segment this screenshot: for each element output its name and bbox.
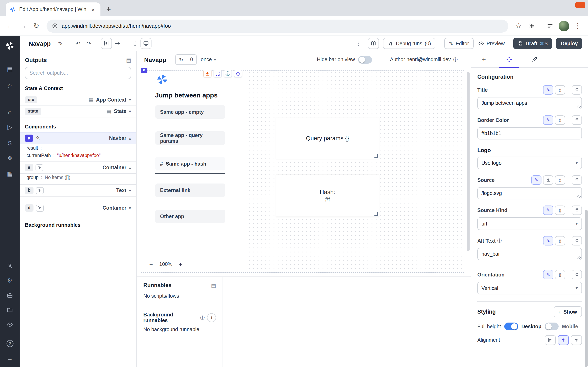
add-background-runnable-button[interactable]: + xyxy=(207,313,216,322)
zoom-out-button[interactable]: − xyxy=(147,260,155,268)
component-row-b[interactable]: b Text▾ xyxy=(20,184,136,197)
rail-item-settings-icon[interactable]: ⚙ xyxy=(5,276,14,285)
reload-button[interactable]: ↻ xyxy=(30,20,43,32)
browser-menu-icon[interactable]: ⋮ xyxy=(572,20,584,32)
expand-width-button[interactable] xyxy=(112,38,123,49)
extensions-icon[interactable] xyxy=(526,20,538,32)
connect-input-button[interactable] xyxy=(572,85,582,95)
rail-item-user-icon[interactable] xyxy=(5,261,14,271)
rail-item-workers-icon[interactable] xyxy=(5,290,14,300)
browser-tab[interactable]: Edit App u/henri/navapp | Win × xyxy=(6,2,100,16)
forward-button[interactable]: → xyxy=(17,20,29,32)
full-height-toggle[interactable] xyxy=(504,323,518,330)
upload-button[interactable] xyxy=(543,175,553,185)
run-mode-select[interactable]: once ▾ xyxy=(201,57,216,62)
editor-mode-button[interactable]: ✎ Editor xyxy=(444,38,474,49)
nav-link-other-app[interactable]: Other app xyxy=(155,210,225,223)
outputs-panel-icon[interactable]: ▤ xyxy=(126,57,131,63)
static-edit-button[interactable]: ✎ xyxy=(543,236,553,245)
rail-item-star-icon[interactable]: ☆ xyxy=(5,81,14,91)
bookmark-star-icon[interactable]: ☆ xyxy=(512,20,525,32)
app-canvas[interactable]: a Jump between apps Same app - empty Sam… xyxy=(137,68,471,276)
orientation-select[interactable]: Vertical ▾ xyxy=(477,282,582,294)
connect-input-button[interactable] xyxy=(572,236,582,245)
tab-theme-editor[interactable] xyxy=(522,51,547,67)
docs-book-button[interactable] xyxy=(368,38,379,49)
component-a-pencil-icon[interactable]: ✎ xyxy=(36,135,40,141)
connect-input-button[interactable] xyxy=(572,206,582,215)
title-input[interactable] xyxy=(477,97,582,109)
page-scrollbar[interactable] xyxy=(585,210,588,367)
info-icon[interactable]: ⓘ xyxy=(453,57,458,63)
back-button[interactable]: ← xyxy=(4,20,16,32)
eval-button[interactable]: {} xyxy=(555,175,565,185)
show-styling-button[interactable]: ‹ Show xyxy=(554,306,582,317)
align-start-button[interactable] xyxy=(545,335,556,345)
runnables-panel-icon[interactable]: ▤ xyxy=(211,282,216,288)
rail-item-collapse-icon[interactable]: → xyxy=(5,353,14,363)
nav-link-hash[interactable]: # Same app - hash xyxy=(155,157,225,170)
desktop-view-button[interactable] xyxy=(140,38,151,49)
deploy-button[interactable]: Deploy xyxy=(556,38,582,49)
media-controls-icon[interactable] xyxy=(544,20,556,32)
refresh-icon[interactable]: ↻ xyxy=(176,55,186,64)
nav-link-external[interactable]: External link xyxy=(155,184,225,197)
component-row-d[interactable]: d Container▾ xyxy=(20,202,136,214)
expand-component-button[interactable] xyxy=(203,70,212,77)
chevron-down-icon[interactable]: ▾ xyxy=(129,97,131,102)
static-edit-button[interactable]: ✎ xyxy=(543,206,553,215)
zoom-in-button[interactable]: + xyxy=(176,260,185,268)
navbar-component[interactable]: a Jump between apps Same app - empty Sam… xyxy=(141,71,246,272)
component-row-e[interactable]: e Container▴ xyxy=(20,161,136,174)
chevron-up-icon[interactable]: ▴ xyxy=(129,165,131,170)
debug-runs-button[interactable]: Debug runs (0) xyxy=(383,38,435,49)
alt-text-input[interactable] xyxy=(477,248,582,260)
edit-title-pencil-icon[interactable]: ✎ xyxy=(55,38,66,49)
preview-mode-button[interactable]: Preview xyxy=(474,38,509,49)
nav-link-query-params[interactable]: Same app - query params xyxy=(155,131,225,145)
windmill-logo[interactable] xyxy=(5,41,15,50)
source-input[interactable] xyxy=(477,187,582,200)
chevron-down-icon[interactable]: ▾ xyxy=(129,109,131,114)
connect-input-button[interactable] xyxy=(572,115,582,125)
canvas-scrollbar[interactable] xyxy=(467,72,470,251)
component-row-a[interactable]: a ✎ Navbar▴ xyxy=(20,132,136,144)
ctx-row[interactable]: ctx ▤ App Context ▾ xyxy=(20,94,136,106)
connect-input-button[interactable] xyxy=(572,175,582,185)
new-tab-button[interactable]: + xyxy=(103,4,114,15)
rail-item-audit-icon[interactable] xyxy=(5,320,14,329)
eval-button[interactable]: {} xyxy=(555,85,565,95)
profile-avatar[interactable] xyxy=(559,21,569,31)
source-kind-select[interactable]: url ▾ xyxy=(477,217,582,230)
static-edit-button[interactable]: ✎ xyxy=(543,115,553,125)
rail-item-help-icon[interactable]: ? xyxy=(5,338,14,348)
select-component-cursor-icon[interactable] xyxy=(36,205,43,211)
anchor-component-button[interactable]: ⚓ xyxy=(224,70,232,77)
chevron-down-icon[interactable]: ▾ xyxy=(129,205,131,211)
rail-item-schedules-icon[interactable]: ▦ xyxy=(5,169,14,179)
static-edit-button[interactable]: ✎ xyxy=(531,175,541,185)
hash-card[interactable]: Hash: #f xyxy=(276,175,379,217)
rail-item-home-icon[interactable]: ⌂ xyxy=(5,107,14,117)
tab-component-settings[interactable] xyxy=(497,51,522,67)
query-params-card[interactable]: Query params {} xyxy=(276,117,379,159)
close-tab-icon[interactable]: × xyxy=(90,6,96,13)
hide-bar-toggle[interactable] xyxy=(358,56,372,63)
rail-item-variables-icon[interactable]: $ xyxy=(5,138,14,148)
info-icon[interactable]: ⓘ xyxy=(497,238,502,244)
static-edit-button[interactable]: ✎ xyxy=(543,270,553,279)
eval-button[interactable]: {} xyxy=(555,236,565,245)
chevron-down-icon[interactable]: ▾ xyxy=(129,188,131,193)
rail-item-folders-icon[interactable] xyxy=(5,305,14,315)
chevron-up-icon[interactable]: ▴ xyxy=(129,136,131,141)
refresh-pill[interactable]: ↻ 0 xyxy=(175,54,197,65)
layout-columns-button[interactable] xyxy=(101,38,112,49)
url-bar[interactable]: app.windmill.dev/apps/edit/u/henri/navap… xyxy=(47,19,508,33)
app-menu-kebab-icon[interactable]: ⋮ xyxy=(353,38,364,49)
rail-item-resources-icon[interactable]: ❖ xyxy=(5,153,14,163)
fullscreen-component-button[interactable] xyxy=(214,70,222,77)
align-center-button[interactable] xyxy=(558,335,569,345)
move-component-button[interactable] xyxy=(234,70,242,77)
logo-select[interactable]: Use logo ▾ xyxy=(477,157,582,169)
static-edit-button[interactable]: ✎ xyxy=(543,85,553,95)
